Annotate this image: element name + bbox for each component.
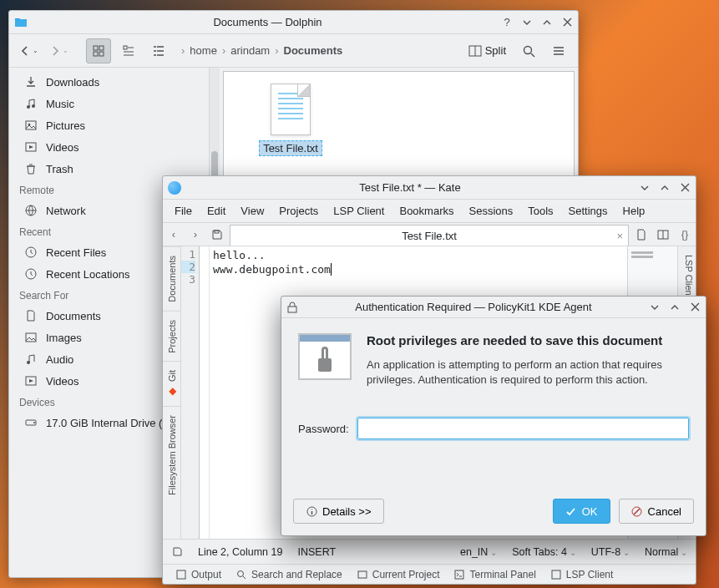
- sidebar-item-label: 17.0 GiB Internal Drive (v: [46, 417, 168, 429]
- status-encoding[interactable]: UTF-8: [591, 546, 630, 558]
- crumb-current[interactable]: Documents: [282, 41, 345, 60]
- dolphin-title: Documents — Dolphin: [34, 16, 501, 28]
- close-icon[interactable]: [689, 302, 701, 313]
- bottom-tab-terminal[interactable]: Terminal Panel: [454, 569, 535, 580]
- sidebar-item-downloads[interactable]: Downloads: [9, 71, 209, 93]
- kate-app-icon: [168, 181, 181, 195]
- sidebar-item-label: Images: [46, 332, 82, 344]
- sidetab-filesystem[interactable]: Filesystem Browser: [163, 406, 180, 504]
- text-file-icon: [271, 84, 311, 135]
- menu-lsp[interactable]: LSP Client: [327, 201, 391, 220]
- sidetab-git[interactable]: ◆Git: [163, 361, 180, 406]
- cancel-button[interactable]: Cancel: [619, 499, 694, 524]
- back-button[interactable]: [16, 38, 41, 63]
- images-icon: [24, 331, 38, 344]
- maximize-icon[interactable]: [669, 302, 681, 313]
- status-indent[interactable]: Soft Tabs: 4: [512, 546, 576, 558]
- compact-view-button[interactable]: [116, 38, 141, 63]
- menu-edit[interactable]: Edit: [200, 201, 232, 220]
- sidetab-projects[interactable]: Projects: [163, 311, 180, 362]
- polkit-titlebar: Authentication Required — PolicyKit1 KDE…: [281, 297, 706, 318]
- file-item[interactable]: Test File.txt: [257, 84, 324, 156]
- kate-left-side-tabs: Documents Projects ◆Git Filesystem Brows…: [163, 246, 181, 539]
- menu-projects[interactable]: Projects: [272, 201, 325, 220]
- new-doc-button[interactable]: [630, 229, 652, 241]
- details-view-button[interactable]: [146, 38, 171, 63]
- sidebar-item-label: Videos: [46, 141, 79, 154]
- svg-rect-26: [552, 570, 560, 579]
- info-icon: [306, 505, 317, 517]
- kate-tabbar: ‹ › Test File.txt × {}: [163, 223, 696, 246]
- icons-view-button[interactable]: [86, 38, 111, 63]
- save-button[interactable]: [206, 229, 228, 241]
- trash-icon: [24, 162, 38, 175]
- tab-next-button[interactable]: ›: [185, 228, 206, 241]
- minimize-icon[interactable]: [649, 302, 661, 313]
- status-position[interactable]: Line 2, Column 19: [198, 546, 282, 558]
- forward-button[interactable]: [46, 38, 71, 63]
- dolphin-app-icon: [14, 16, 28, 29]
- sidebar-item-videos[interactable]: Videos: [9, 136, 209, 158]
- bottom-tab-lsp[interactable]: LSP Client: [551, 569, 613, 580]
- file-name-label[interactable]: Test File.txt: [259, 140, 322, 156]
- sidebar-item-music[interactable]: Music: [9, 93, 209, 114]
- svg-rect-1: [99, 46, 104, 50]
- sidebar-item-label: Network: [46, 205, 86, 217]
- menu-bookmarks[interactable]: Bookmarks: [392, 201, 460, 220]
- search-button[interactable]: [516, 38, 541, 63]
- svg-rect-0: [94, 46, 98, 50]
- bottom-tab-search[interactable]: Search and Replace: [236, 569, 342, 580]
- menu-tools[interactable]: Tools: [521, 201, 560, 220]
- help-icon[interactable]: ?: [501, 17, 513, 28]
- menu-help[interactable]: Help: [616, 201, 652, 220]
- password-input[interactable]: [357, 418, 689, 439]
- split-view-button[interactable]: [652, 229, 674, 241]
- close-icon[interactable]: [561, 17, 573, 28]
- svg-rect-4: [124, 46, 127, 49]
- status-eol[interactable]: Normal: [645, 546, 687, 558]
- sidebar-item-pictures[interactable]: Pictures: [9, 114, 209, 136]
- tab-close-icon[interactable]: ×: [616, 230, 623, 242]
- fold-column: [200, 246, 210, 539]
- breadcrumb[interactable]: › home › arindam › Documents: [181, 41, 458, 60]
- maximize-icon[interactable]: [541, 17, 553, 28]
- tab-active[interactable]: Test File.txt ×: [230, 225, 629, 246]
- sidetab-documents[interactable]: Documents: [163, 246, 180, 311]
- network-icon: [24, 204, 38, 217]
- cancel-label: Cancel: [648, 505, 681, 518]
- code-line: www.debugpoint.com: [213, 262, 624, 276]
- maximize-icon[interactable]: [659, 182, 671, 194]
- sidebar-item-label: Music: [46, 98, 74, 110]
- ok-button[interactable]: OK: [553, 499, 610, 524]
- details-button[interactable]: Details >>: [293, 499, 384, 524]
- close-icon[interactable]: [679, 182, 691, 194]
- ok-label: OK: [582, 505, 598, 518]
- menu-view[interactable]: View: [234, 201, 271, 220]
- crumb-home[interactable]: home: [188, 41, 219, 60]
- status-mode[interactable]: INSERT: [297, 546, 336, 558]
- status-locale[interactable]: en_IN: [460, 546, 497, 558]
- svg-rect-27: [288, 307, 296, 312]
- menu-file[interactable]: File: [168, 201, 199, 220]
- dolphin-toolbar: › home › arindam › Documents Split: [9, 34, 578, 68]
- bottom-tab-project[interactable]: Current Project: [357, 569, 440, 580]
- braces-icon[interactable]: {}: [674, 228, 696, 241]
- split-label: Split: [485, 44, 506, 57]
- menu-sessions[interactable]: Sessions: [463, 201, 520, 220]
- polkit-dialog: Authentication Required — PolicyKit1 KDE…: [281, 296, 706, 536]
- svg-rect-24: [358, 571, 367, 578]
- menu-settings[interactable]: Settings: [562, 201, 615, 220]
- line-number: 2: [181, 261, 195, 273]
- tab-prev-button[interactable]: ‹: [163, 228, 185, 241]
- polkit-heading: Root privileges are needed to save this …: [367, 333, 689, 347]
- minimize-icon[interactable]: [639, 182, 651, 194]
- split-button[interactable]: Split: [463, 41, 511, 61]
- audio-icon: [24, 352, 38, 366]
- bottom-tab-output[interactable]: Output: [176, 569, 221, 580]
- svg-point-6: [524, 46, 532, 53]
- minimize-icon[interactable]: [521, 17, 533, 28]
- hamburger-menu-button[interactable]: [546, 38, 571, 63]
- crumb-user[interactable]: arindam: [229, 41, 271, 60]
- svg-point-7: [27, 105, 30, 109]
- sidebar-item-label: Recent Locations: [46, 268, 129, 281]
